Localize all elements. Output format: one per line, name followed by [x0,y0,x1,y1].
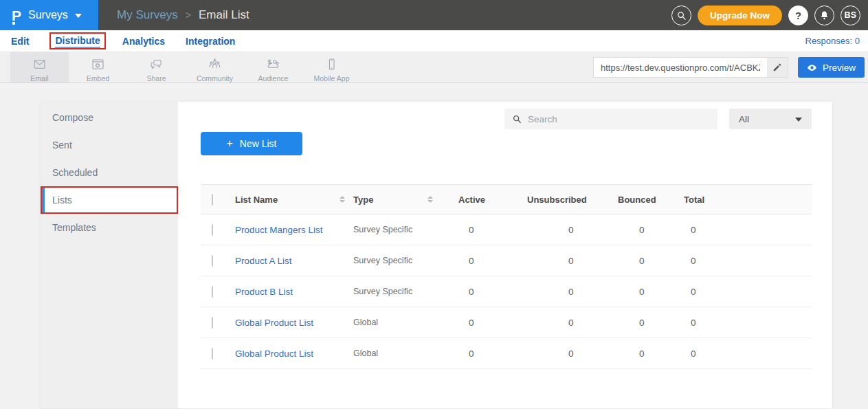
top-bar: P Surveys My Surveys > Email List Upgrad… [0,0,868,30]
sidebar-item-lists[interactable]: Lists [41,186,178,214]
email-icon [32,57,47,71]
search-button[interactable] [671,5,691,25]
row-checkbox[interactable] [212,317,213,329]
unsubscribed-count: 0 [525,256,616,266]
unsubscribed-count: 0 [525,225,616,235]
header-list-name: List Name [235,195,278,205]
table-row: Global Product List Global 0 0 0 0 [201,338,812,369]
toolbar-item-community[interactable]: Community [186,52,244,82]
distribute-toolbar: Email Embed Share Community $ Audience M… [0,52,868,83]
table-row: Global Product List Global 0 0 0 0 [201,307,812,338]
total-count: 0 [682,256,812,266]
survey-url-group [593,57,788,78]
topbar-actions: Upgrade Now ? BS [671,0,868,30]
search-input[interactable] [528,114,710,124]
preview-button[interactable]: Preview [798,57,865,78]
table-row: Product B List Survey Specific 0 0 0 0 [201,276,812,307]
breadcrumb-separator: > [186,10,191,21]
help-button[interactable]: ? [788,5,808,25]
total-count: 0 [682,287,812,297]
list-name-link[interactable]: Product Mangers List [235,225,323,235]
avatar[interactable]: BS [841,5,860,25]
annotation-box-distribute: Distribute [49,32,105,49]
mobile-app-icon [324,57,340,71]
header-active: Active [456,195,525,205]
share-icon [148,57,164,71]
chevron-down-icon [795,118,802,122]
email-lists-card: Compose Sent Scheduled Lists Templates A… [41,102,832,408]
unsubscribed-count: 0 [525,287,616,297]
toolbar-item-mobile-app[interactable]: Mobile App [302,52,361,82]
bounced-count: 0 [616,287,682,297]
list-name-link[interactable]: Global Product List [235,349,313,359]
list-name-link[interactable]: Product A List [235,256,292,266]
tab-edit[interactable]: Edit [11,34,29,48]
survey-url-input[interactable] [594,58,767,77]
toolbar-right-group: Preview [593,52,868,82]
breadcrumb-my-surveys[interactable]: My Surveys [117,8,178,22]
header-type: Type [353,195,373,205]
sort-type-icon[interactable] [427,196,433,203]
row-checkbox[interactable] [212,286,213,298]
community-icon [207,57,223,71]
unsubscribed-count: 0 [525,349,616,359]
breadcrumb: My Surveys > Email List [117,0,249,30]
table-row: Product Mangers List Survey Specific 0 0… [201,214,812,245]
total-count: 0 [682,225,812,235]
active-count: 0 [456,349,525,359]
sidebar-item-templates[interactable]: Templates [41,214,178,241]
tab-distribute[interactable]: Distribute [55,34,100,48]
active-count: 0 [456,225,525,235]
email-sidebar: Compose Sent Scheduled Lists Templates [41,102,178,408]
total-count: 0 [682,349,812,359]
sort-list-name-icon[interactable] [340,196,345,203]
audience-icon: $ [265,57,281,71]
notifications-button[interactable] [814,5,834,25]
embed-icon [90,57,106,71]
questionpro-logo-icon: P [12,8,21,23]
header-bounced: Bounced [616,195,682,205]
toolbar-item-embed[interactable]: Embed [69,52,127,82]
toolbar-item-share[interactable]: Share [127,52,186,82]
page-background: Compose Sent Scheduled Lists Templates A… [0,83,868,408]
breadcrumb-current: Email List [199,8,249,22]
search-icon [512,114,522,124]
list-name-link[interactable]: Global Product List [235,318,313,328]
bounced-count: 0 [616,225,682,235]
toolbar-item-email[interactable]: Email [10,52,69,82]
row-checkbox[interactable] [212,224,213,236]
header-unsubscribed: Unsubscribed [525,195,616,205]
plus-icon: + [226,138,232,149]
lists-main-panel: All + New List List Name Type [178,102,832,408]
active-count: 0 [456,287,525,297]
row-checkbox[interactable] [212,255,213,267]
email-lists-table: List Name Type Active Unsubscribed Bounc… [201,184,812,369]
tab-integration[interactable]: Integration [186,34,235,48]
list-name-link[interactable]: Product B List [235,287,293,297]
pencil-icon [772,63,782,72]
sidebar-item-sent[interactable]: Sent [41,131,178,159]
product-menu-label: Surveys [28,9,68,21]
edit-url-button[interactable] [767,58,788,77]
eye-icon [807,63,817,73]
filter-selected-value: All [739,114,749,124]
header-total: Total [682,195,812,205]
table-row: Product A List Survey Specific 0 0 0 0 [201,245,812,276]
bell-icon [819,10,830,21]
responses-count[interactable]: Responses: 0 [805,36,860,46]
question-mark-icon: ? [795,10,801,21]
search-icon [676,10,687,21]
upgrade-now-button[interactable]: Upgrade Now [698,5,782,25]
sidebar-item-scheduled[interactable]: Scheduled [41,159,178,186]
product-switcher[interactable]: P Surveys [0,0,98,30]
toolbar-item-audience[interactable]: $ Audience [244,52,302,82]
list-type-filter-dropdown[interactable]: All [729,109,812,129]
new-list-button[interactable]: + New List [201,132,302,155]
select-all-checkbox[interactable] [212,194,213,206]
unsubscribed-count: 0 [525,318,616,328]
row-checkbox[interactable] [212,348,213,360]
active-count: 0 [456,256,525,266]
total-count: 0 [682,318,812,328]
tab-analytics[interactable]: Analytics [122,34,165,48]
sidebar-item-compose[interactable]: Compose [41,104,178,131]
